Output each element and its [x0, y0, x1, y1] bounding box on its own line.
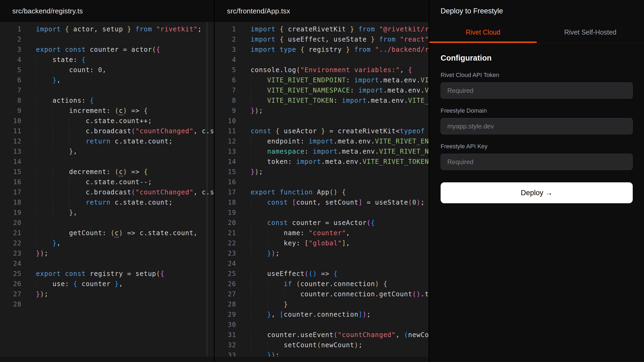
code-line[interactable]: 1import { actor, setup } from "rivetkit"… — [0, 24, 214, 34]
code-line[interactable]: 28 } — [215, 299, 429, 309]
code-line[interactable]: 17 c.broadcast("countChanged", c.state.c… — [0, 187, 214, 197]
code-line[interactable]: 26 use: { counter }, — [0, 279, 214, 289]
code-line[interactable]: 20 const counter = useActor({ — [215, 218, 429, 228]
code-line[interactable]: 3import type { registry } from "../backe… — [215, 45, 429, 55]
code-line[interactable]: 11 c.broadcast("countChanged", c.state.c… — [0, 126, 214, 136]
code-line[interactable]: 14 — [0, 157, 214, 167]
line-number: 13 — [215, 146, 236, 157]
line-number: 16 — [215, 177, 236, 187]
code-line[interactable]: 27}); — [0, 289, 214, 299]
rivet-cloud-api-token-label: Rivet Cloud API Token — [441, 72, 633, 79]
code-line[interactable]: 10 c.state.count++; — [0, 116, 214, 126]
code-text: name: "counter", — [251, 228, 350, 238]
code-line[interactable]: 23 }); — [215, 248, 429, 258]
code-line[interactable]: 6 }, — [0, 75, 214, 85]
horizontal-scrollbar-track[interactable] — [0, 357, 214, 362]
code-text: useEffect(() => { — [251, 269, 338, 279]
horizontal-scrollbar-track[interactable] — [215, 357, 429, 362]
code-line[interactable]: 21 name: "counter", — [215, 228, 429, 238]
code-line[interactable]: 31 counter.useEvent("countChanged", (new… — [215, 330, 429, 340]
code-line[interactable]: 2 — [0, 34, 214, 45]
code-line[interactable]: 25export const registry = setup({ — [0, 269, 214, 279]
line-number: 8 — [215, 95, 236, 106]
code-line[interactable]: 18 return c.state.count; — [0, 197, 214, 208]
code-line[interactable]: 12 endpoint: import.meta.env.VITE_RIVET_… — [215, 136, 429, 146]
code-line[interactable]: 19 }, — [0, 208, 214, 218]
code-line[interactable]: 12 return c.state.count; — [0, 136, 214, 146]
line-number: 21 — [0, 228, 21, 238]
code-line[interactable]: 29 }, [counter.connection]); — [215, 309, 429, 320]
code-line[interactable]: 6 VITE_RIVET_ENDPOINT: import.meta.env.V… — [215, 75, 429, 85]
code-line[interactable]: 13 namespace: import.meta.env.VITE_RIVET… — [215, 146, 429, 157]
field-freestyle-api-key: Freestyle API Key — [441, 143, 633, 170]
code-line[interactable]: 22 key: ["global"], — [215, 238, 429, 248]
code-text: export function App() { — [251, 187, 346, 197]
code-line[interactable]: 21 getCount: (c) => c.state.count, — [0, 228, 214, 238]
code-area-frontend[interactable]: 1import { createRivetKit } from "@rivetk… — [215, 22, 429, 362]
code-text: c.state.count++; — [36, 116, 152, 126]
code-line[interactable]: 24 — [0, 258, 214, 269]
code-line[interactable]: 19 — [215, 208, 429, 218]
freestyle-domain-input[interactable] — [441, 118, 633, 134]
line-number: 28 — [0, 299, 21, 309]
code-line[interactable]: 14 token: import.meta.env.VITE_RIVET_TOK… — [215, 157, 429, 167]
line-number: 23 — [215, 248, 236, 258]
code-line[interactable]: 16 — [215, 177, 429, 187]
code-text: }); — [36, 248, 48, 258]
code-text: c.broadcast("countChanged", c.state.coun… — [36, 126, 214, 136]
tab-rivet-self-hosted[interactable]: Rivet Self-Hosted — [537, 22, 644, 43]
code-line[interactable]: 30 — [215, 320, 429, 330]
code-line[interactable]: 3export const counter = actor({ — [0, 45, 214, 55]
code-line[interactable]: 23}); — [0, 248, 214, 258]
code-text: key: ["global"], — [251, 238, 350, 248]
line-number: 20 — [0, 218, 21, 228]
code-line[interactable]: 27 counter.connection.getCount().then(se… — [215, 289, 429, 299]
code-line[interactable]: 9 increment: (c) => { — [0, 106, 214, 116]
freestyle-api-key-label: Freestyle API Key — [441, 143, 633, 150]
code-line[interactable]: 17export function App() { — [215, 187, 429, 197]
code-line[interactable]: 18 const [count, setCount] = useState(0)… — [215, 197, 429, 208]
line-number: 11 — [0, 126, 21, 136]
code-line[interactable]: 1import { createRivetKit } from "@rivetk… — [215, 24, 429, 34]
code-area-backend[interactable]: 1import { actor, setup } from "rivetkit"… — [0, 22, 214, 362]
line-number: 28 — [215, 299, 236, 309]
deploy-button[interactable]: Deploy → — [441, 182, 633, 203]
code-text: setCount(newCount); — [251, 340, 363, 350]
code-line[interactable]: 9}); — [215, 106, 429, 116]
code-line[interactable]: 25 useEffect(() => { — [215, 269, 429, 279]
freestyle-api-key-input[interactable] — [441, 154, 633, 170]
code-line[interactable]: 10 — [215, 116, 429, 126]
tab-rivet-cloud[interactable]: Rivet Cloud — [429, 22, 537, 43]
code-line[interactable]: 4 state: { — [0, 55, 214, 65]
code-line[interactable]: 26 if (counter.connection) { — [215, 279, 429, 289]
line-number: 3 — [215, 45, 236, 55]
code-line[interactable]: 24 — [215, 258, 429, 269]
code-line[interactable]: 5console.log("Environment variables:", { — [215, 65, 429, 75]
code-line[interactable]: 15 decrement: (c) => { — [0, 167, 214, 177]
rivet-cloud-api-token-input[interactable] — [441, 82, 633, 99]
code-line[interactable]: 22 }, — [0, 238, 214, 248]
code-line[interactable]: 16 c.state.count--; — [0, 177, 214, 187]
code-line[interactable]: 20 — [0, 218, 214, 228]
line-number: 3 — [0, 45, 21, 55]
code-line[interactable]: 15}); — [215, 167, 429, 177]
line-number: 13 — [0, 146, 21, 157]
code-line[interactable]: 4 — [215, 55, 429, 65]
code-line[interactable]: 13 }, — [0, 146, 214, 157]
line-number: 14 — [215, 157, 236, 167]
code-line[interactable]: 11const { useActor } = createRivetKit<ty… — [215, 126, 429, 136]
code-line[interactable]: 5 count: 0, — [0, 65, 214, 75]
code-line[interactable]: 28 — [0, 299, 214, 309]
code-line[interactable]: 32 setCount(newCount); — [215, 340, 429, 350]
freestyle-domain-label: Freestyle Domain — [441, 107, 633, 114]
line-number: 2 — [0, 34, 21, 45]
code-text: } — [251, 299, 288, 309]
line-number: 11 — [215, 126, 236, 136]
code-line[interactable]: 7 — [0, 85, 214, 95]
field-rivet-cloud-api-token: Rivet Cloud API Token — [441, 72, 633, 99]
code-line[interactable]: 8 VITE_RIVET_TOKEN: import.meta.env.VITE… — [215, 95, 429, 106]
code-line[interactable]: 8 actions: { — [0, 95, 214, 106]
code-line[interactable]: 2import { useEffect, useState } from "re… — [215, 34, 429, 45]
vertical-scrollbar[interactable] — [207, 22, 207, 362]
code-line[interactable]: 7 VITE_RIVET_NAMESPACE: import.meta.env.… — [215, 85, 429, 95]
